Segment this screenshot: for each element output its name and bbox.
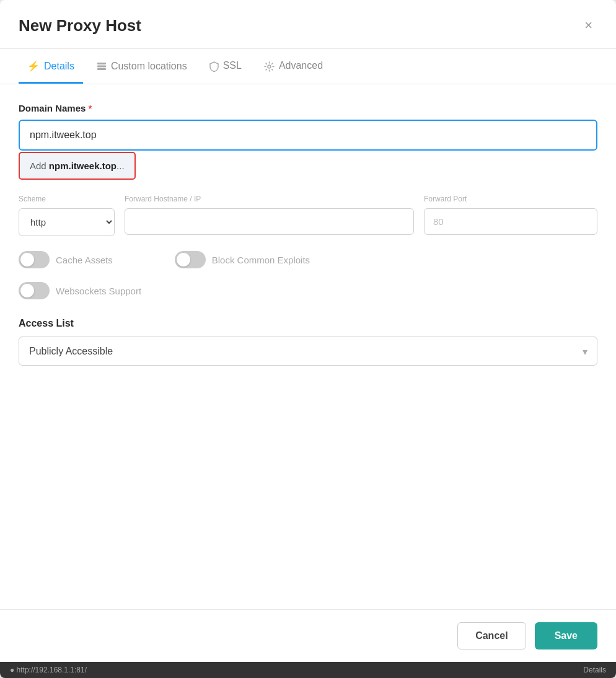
modal-container: New Proxy Host × ⚡ Details Custom locati… [0,0,616,678]
tabs-bar: ⚡ Details Custom locations SSL [0,49,616,84]
port-input[interactable] [424,208,597,235]
tab-details-label: Details [44,61,74,72]
close-button[interactable]: × [579,15,597,36]
tab-details[interactable]: ⚡ Details [19,49,83,84]
autocomplete-suffix: ... [117,161,125,171]
scheme-field: http https [19,208,115,236]
access-list-group: Access List Publicly Accessible [19,318,597,366]
scheme-label: Scheme [19,195,115,203]
block-exploits-toggle[interactable] [175,251,206,268]
tab-custom-locations[interactable]: Custom locations [88,50,196,84]
toggles-row-2: Websockets Support [19,282,597,299]
autocomplete-domain: npm.itweek.top [49,161,117,171]
cache-assets-toggle-item: Cache Assets [19,251,113,268]
block-exploits-toggle-item: Block Common Exploits [175,251,310,268]
status-bar: ● http://192.168.1.1:81/ Details [0,662,616,678]
autocomplete-suggestion[interactable]: Add npm.itweek.top... [19,152,136,180]
details-icon: ⚡ [27,60,40,72]
access-list-wrapper: Publicly Accessible [19,337,597,366]
modal-header: New Proxy Host × [0,0,616,49]
websockets-label: Websockets Support [56,286,141,296]
sub-fields-labels: Scheme Forward Hostname / IP Forward Por… [19,195,597,203]
scheme-select[interactable]: http https [19,208,115,236]
domain-names-input[interactable] [19,120,597,151]
websockets-toggle[interactable] [19,282,50,299]
hostname-input[interactable] [125,208,414,235]
domain-names-label: Domain Names * [19,103,597,113]
save-button[interactable]: Save [535,622,597,649]
status-bar-right: Details [583,666,606,674]
port-label: Forward Port [424,195,597,203]
toggles-row-1: Cache Assets Block Common Exploits [19,251,597,268]
cache-assets-label: Cache Assets [56,255,113,265]
hostname-label: Forward Hostname / IP [125,195,414,203]
tab-custom-locations-label: Custom locations [111,61,187,72]
autocomplete-prefix: Add [30,161,49,171]
tab-advanced[interactable]: Advanced [255,49,332,83]
port-field [424,208,597,236]
modal-title: New Proxy Host [19,16,141,35]
required-star: * [88,103,92,113]
svg-rect-0 [97,63,106,64]
custom-locations-icon [97,61,107,72]
advanced-icon [264,60,275,71]
sub-fields-row: http https [19,208,597,236]
block-exploits-label: Block Common Exploits [212,255,310,265]
domain-names-group: Domain Names * Add npm.itweek.top... [19,103,597,180]
modal-body: Domain Names * Add npm.itweek.top... Sch… [0,84,616,609]
cancel-button[interactable]: Cancel [457,622,526,649]
hostname-field [125,208,414,236]
tab-advanced-label: Advanced [279,60,323,71]
access-list-label: Access List [19,318,597,329]
cache-assets-toggle[interactable] [19,251,50,268]
svg-rect-2 [97,68,106,70]
svg-point-3 [268,65,271,68]
access-list-select[interactable]: Publicly Accessible [19,337,597,366]
ssl-icon [209,60,219,71]
svg-rect-1 [97,66,106,68]
tab-ssl[interactable]: SSL [201,49,250,83]
tab-ssl-label: SSL [223,60,242,71]
status-bar-left: ● http://192.168.1.1:81/ [10,666,87,674]
modal-footer: Cancel Save [0,609,616,662]
